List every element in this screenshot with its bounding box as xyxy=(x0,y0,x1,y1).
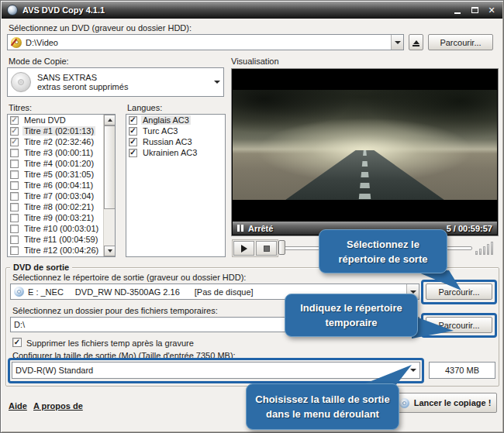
video-still-road-scene xyxy=(233,90,497,200)
title-checkbox[interactable]: ✓ xyxy=(10,127,19,136)
stopped-icon xyxy=(237,225,243,232)
start-copy-label: Lancer le copiage ! xyxy=(414,398,492,407)
title-row[interactable]: Titre #5 (00:31:05) xyxy=(8,169,103,180)
language-row[interactable]: ✓Turc AC3 xyxy=(126,125,225,136)
temp-dir-label: Sélectionnez un dossier pour des fichier… xyxy=(12,306,218,315)
check-icon: ✓ xyxy=(129,127,136,135)
maximize-button[interactable] xyxy=(469,5,480,15)
title-item-label: Titre #6 (00:04:11) xyxy=(22,180,95,190)
stop-button[interactable] xyxy=(256,241,277,256)
language-row[interactable]: ✓Russian AC3 xyxy=(126,136,225,147)
title-row[interactable]: Titre #10 (00:03:01) xyxy=(8,223,103,234)
video-frame xyxy=(233,70,497,222)
scroll-down-button[interactable] xyxy=(104,246,116,256)
title-item-label: Titre #4 (00:01:20) xyxy=(22,159,95,168)
titles-label: Titres: xyxy=(9,103,32,112)
title-item-label: Titre #3 (00:00:11) xyxy=(22,148,95,157)
scroll-up-button[interactable] xyxy=(104,115,116,125)
window-title: AVS DVD Copy 4.1.1 xyxy=(22,5,105,15)
titles-scrollbar[interactable] xyxy=(103,115,115,256)
check-icon: ✓ xyxy=(129,149,136,156)
seek-slider-handle[interactable] xyxy=(278,240,285,255)
language-row[interactable]: ✓Anglais AC3 xyxy=(126,115,225,125)
combo-dropdown-button[interactable] xyxy=(391,35,403,50)
tooltip-text: Choisissez la taille de sortie xyxy=(247,392,399,407)
source-dvd-combobox[interactable]: D:\Video xyxy=(7,34,404,50)
title-row[interactable]: Titre #3 (00:00:11) xyxy=(8,147,103,158)
title-row[interactable]: ✓Menu DVD xyxy=(8,115,103,125)
output-size-value: DVD-R(W) Standard xyxy=(16,366,93,375)
app-window: AVS DVD Copy 4.1.1 ✕ Sélectionnez un DVD… xyxy=(0,0,504,433)
output-dir-label: Sélectionnez le répertoire de sortie (gr… xyxy=(12,273,246,282)
title-item-label: Titre #8 (00:02:21) xyxy=(22,202,95,211)
minimize-icon xyxy=(454,12,461,14)
language-checkbox[interactable]: ✓ xyxy=(129,127,137,136)
title-item-label: Titre #2 (02:32:46) xyxy=(22,137,95,146)
title-row[interactable]: ✓Titre #2 (02:32:46) xyxy=(8,136,103,147)
copy-mode-combobox[interactable]: SANS EXTRAS extras seront supprimés xyxy=(7,67,224,97)
app-icon xyxy=(7,5,18,15)
drive-status: [Pas de disque] xyxy=(195,287,254,297)
road-graphic xyxy=(233,150,497,200)
eject-icon xyxy=(413,40,419,44)
title-checkbox[interactable] xyxy=(10,170,19,179)
delete-temp-checkbox[interactable]: ✓ xyxy=(12,338,22,347)
languages-list: ✓Anglais AC3 ✓Turc AC3 ✓Russian AC3 ✓Ukr… xyxy=(126,114,226,257)
title-item-label: Titre #9 (00:03:21) xyxy=(22,213,95,222)
language-row[interactable]: ✓Ukrainien AC3 xyxy=(126,147,225,158)
title-row[interactable]: Titre #11 (00:04:59) xyxy=(8,234,103,245)
copy-mode-subtext: extras seront supprimés xyxy=(37,82,128,91)
title-row[interactable]: Titre #9 (00:03:21) xyxy=(8,212,103,223)
play-button[interactable] xyxy=(233,241,254,256)
volume-control[interactable] xyxy=(475,241,499,255)
combo-dropdown-button[interactable] xyxy=(211,68,223,96)
title-row[interactable]: Titre #4 (00:01:20) xyxy=(8,158,103,169)
title-checkbox[interactable] xyxy=(10,214,19,222)
source-browse-button[interactable]: Parcourir... xyxy=(428,34,493,50)
title-checkbox[interactable] xyxy=(10,181,19,190)
eject-button[interactable] xyxy=(409,34,423,50)
title-checkbox[interactable] xyxy=(10,235,19,244)
tooltip-temp-dir: Indiquez le répertoire temporaire xyxy=(285,294,418,337)
arrow-down-icon xyxy=(108,249,112,253)
about-link[interactable]: A propos de xyxy=(33,401,83,411)
title-row[interactable]: Titre #6 (00:04:11) xyxy=(8,180,103,191)
title-checkbox[interactable] xyxy=(10,160,19,168)
title-row[interactable]: Titre #8 (00:02:21) xyxy=(8,201,103,212)
languages-label: Langues: xyxy=(127,103,162,112)
title-checkbox[interactable]: ✓ xyxy=(10,138,19,146)
playback-status: Arrêté xyxy=(248,224,273,233)
tooltip-output-dir: Sélectionnez le répertoire de sorte xyxy=(319,229,447,273)
start-copy-button[interactable]: Lancer le copiage ! xyxy=(393,393,497,413)
language-checkbox[interactable]: ✓ xyxy=(129,116,137,125)
title-row[interactable]: Titre #7 (00:03:04) xyxy=(8,191,103,201)
title-checkbox[interactable] xyxy=(10,203,19,211)
title-checkbox[interactable]: ✓ xyxy=(10,116,19,125)
title-item-label: Titre #10 (00:03:01) xyxy=(22,224,100,233)
title-item-label: Titre #12 (00:04:26) xyxy=(22,246,100,255)
title-item-label: Titre #5 (00:31:05) xyxy=(22,170,95,179)
language-item-label: Ukrainien AC3 xyxy=(141,148,198,157)
title-row[interactable]: Titre #12 (00:04:26) xyxy=(8,245,103,256)
close-button[interactable]: ✕ xyxy=(486,5,497,15)
help-link[interactable]: Aide xyxy=(9,401,27,411)
title-checkbox[interactable] xyxy=(10,246,19,255)
source-dvd-value: D:\Video xyxy=(26,38,58,47)
delete-temp-label: Supprimer les fichiers temp après la gra… xyxy=(26,338,194,348)
titles-list: ✓Menu DVD ✓Titre #1 (02:01:13) ✓Titre #2… xyxy=(7,114,116,257)
player-buttons xyxy=(232,239,278,257)
drive-disc-icon xyxy=(14,287,24,297)
check-icon: ✓ xyxy=(14,338,20,346)
dvd-disc-icon xyxy=(11,37,22,48)
language-checkbox[interactable]: ✓ xyxy=(129,149,137,157)
title-item-label: Titre #7 (00:03:04) xyxy=(22,191,95,201)
title-item-label: Menu DVD xyxy=(22,115,67,125)
scrollbar-thumb[interactable] xyxy=(104,125,116,209)
title-checkbox[interactable] xyxy=(10,149,19,157)
title-row[interactable]: ✓Titre #1 (02:01:13) xyxy=(8,125,103,136)
title-checkbox[interactable] xyxy=(10,225,19,233)
title-checkbox[interactable] xyxy=(10,192,19,201)
minimize-button[interactable] xyxy=(452,5,463,15)
language-checkbox[interactable]: ✓ xyxy=(129,138,137,146)
language-item-label: Russian AC3 xyxy=(141,137,194,146)
